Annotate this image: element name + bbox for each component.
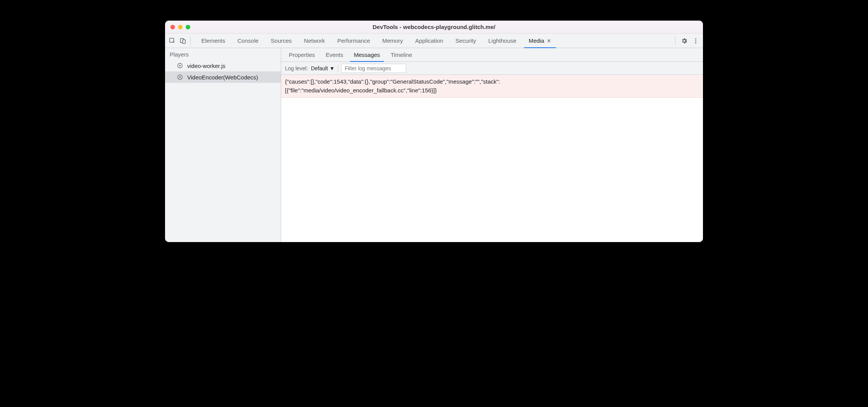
toolbar-left-icons [168, 36, 191, 45]
main-panel: Properties Events Messages Timeline Log … [281, 48, 703, 242]
tab-console[interactable]: Console [232, 34, 265, 48]
tab-label: Application [415, 37, 443, 44]
close-icon[interactable]: ✕ [547, 38, 551, 44]
tab-label: Memory [382, 37, 403, 44]
tab-label: Lighthouse [488, 37, 516, 44]
tab-label: Performance [337, 37, 370, 44]
tab-label: Network [304, 37, 325, 44]
svg-rect-2 [183, 40, 185, 44]
players-sidebar: Players video-worker.js VideoEncoder(Web… [165, 48, 281, 242]
filter-input[interactable] [341, 64, 406, 73]
maximize-window-button[interactable] [186, 25, 190, 29]
play-icon [177, 62, 183, 69]
subtab-messages[interactable]: Messages [348, 48, 385, 61]
subtab-events[interactable]: Events [320, 48, 348, 61]
svg-point-3 [695, 38, 696, 39]
subtab-label: Properties [289, 52, 315, 58]
play-icon [177, 74, 183, 81]
sidebar-heading: Players [165, 48, 281, 60]
gear-icon[interactable] [680, 37, 688, 45]
main-toolbar: Elements Console Sources Network Perform… [165, 34, 703, 48]
chevron-down-icon: ▼ [329, 65, 335, 71]
loglevel-value: Default [311, 65, 328, 71]
minimize-window-button[interactable] [178, 25, 183, 29]
subtab-label: Timeline [391, 52, 412, 58]
filter-bar: Log level: Default ▼ [281, 62, 703, 75]
inspect-element-icon[interactable] [168, 37, 177, 45]
tab-security[interactable]: Security [449, 34, 482, 48]
kebab-menu-icon[interactable] [691, 37, 700, 45]
tab-performance[interactable]: Performance [331, 34, 376, 48]
loglevel-label: Log level: [285, 65, 308, 71]
player-item-label: video-worker.js [187, 63, 225, 69]
media-subtabs: Properties Events Messages Timeline [281, 48, 703, 62]
tab-network[interactable]: Network [298, 34, 331, 48]
subtab-timeline[interactable]: Timeline [385, 48, 418, 61]
toolbar-right-icons [675, 36, 700, 45]
close-window-button[interactable] [170, 25, 175, 29]
traffic-lights [165, 25, 190, 29]
window-title: DevTools - webcodecs-playground.glitch.m… [165, 24, 703, 30]
player-item-video-worker[interactable]: video-worker.js [165, 60, 281, 71]
player-item-videoencoder[interactable]: VideoEncoder(WebCodecs) [165, 71, 281, 83]
devtools-window: DevTools - webcodecs-playground.glitch.m… [165, 21, 703, 242]
svg-point-4 [695, 40, 696, 41]
messages-list: {"causes":[],"code":1543,"data":{},"grou… [281, 75, 703, 242]
subtab-label: Messages [354, 52, 380, 58]
tab-lighthouse[interactable]: Lighthouse [482, 34, 522, 48]
tab-sources[interactable]: Sources [265, 34, 298, 48]
message-row[interactable]: {"causes":[],"code":1543,"data":{},"grou… [281, 75, 703, 98]
subtab-label: Events [326, 52, 343, 58]
content-area: Players video-worker.js VideoEncoder(Web… [165, 48, 703, 242]
panel-tabs: Elements Console Sources Network Perform… [195, 34, 675, 48]
tab-label: Media [529, 37, 544, 44]
tab-application[interactable]: Application [409, 34, 449, 48]
player-item-label: VideoEncoder(WebCodecs) [187, 74, 258, 81]
tab-label: Security [455, 37, 476, 44]
tab-label: Elements [201, 37, 225, 44]
subtab-properties[interactable]: Properties [283, 48, 320, 61]
tab-media[interactable]: Media ✕ [523, 34, 557, 48]
tab-label: Console [238, 37, 259, 44]
window-titlebar: DevTools - webcodecs-playground.glitch.m… [165, 21, 703, 34]
tab-elements[interactable]: Elements [195, 34, 232, 48]
loglevel-select[interactable]: Default ▼ [311, 64, 338, 73]
tab-memory[interactable]: Memory [376, 34, 409, 48]
device-toggle-icon[interactable] [179, 37, 187, 45]
svg-point-5 [695, 42, 696, 43]
tab-label: Sources [271, 37, 292, 44]
